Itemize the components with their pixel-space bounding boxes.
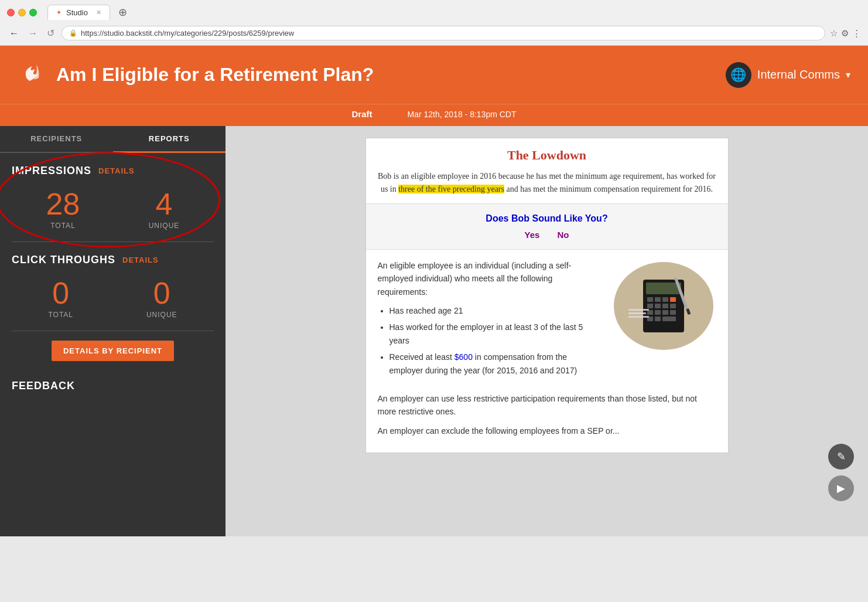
menu-icon[interactable]: ⋮ — [852, 28, 861, 39]
article-intro: Bob is an eligible employee in 2016 beca… — [378, 170, 716, 196]
article-title: The Lowdown — [378, 148, 716, 163]
article-container: The Lowdown Bob is an eligible employee … — [365, 138, 729, 453]
article-panel: The Lowdown Bob is an eligible employee … — [225, 126, 868, 536]
browser-action-buttons: ☆ ⚙ ⋮ — [830, 28, 861, 39]
globe-icon: 🌐 — [730, 67, 746, 83]
refresh-button[interactable]: ↺ — [45, 26, 57, 40]
post-status-badge: Draft — [352, 109, 373, 119]
bullet-1: Has reached age 21 — [389, 304, 602, 317]
app-header: Am I Eligible for a Retirement Plan? 🌐 I… — [0, 46, 868, 104]
click-throughs-total: 0 TOTAL — [48, 278, 73, 319]
browser-titlebar: ✦ Studio ✕ ⊕ — [0, 0, 868, 23]
impressions-unique-value: 4 — [149, 189, 180, 219]
click-throughs-details-link[interactable]: DETAILS — [122, 256, 159, 264]
impressions-details-link[interactable]: DETAILS — [98, 166, 135, 175]
address-bar[interactable]: 🔒 https://studio.backstit.ch/my/categori… — [61, 26, 825, 40]
app-content: RECIPIENTS REPORTS IMPRESSIONS DETAILS 2… — [0, 126, 868, 536]
feedback-section: FEEDBACK — [0, 370, 225, 402]
svg-rect-19 — [628, 309, 649, 311]
tab-reports[interactable]: REPORTS — [113, 126, 226, 153]
back-button[interactable]: ← — [7, 27, 21, 40]
impressions-total-label: TOTAL — [46, 222, 80, 230]
extensions-icon[interactable]: ⚙ — [841, 28, 849, 39]
new-tab-button[interactable]: ⊕ — [118, 6, 127, 19]
impressions-numbers: 28 TOTAL 4 UNIQUE — [12, 183, 214, 236]
click-throughs-total-value: 0 — [48, 278, 73, 308]
svg-rect-12 — [647, 310, 653, 315]
svg-rect-14 — [662, 310, 668, 315]
maximize-window-button[interactable] — [29, 9, 37, 16]
svg-rect-13 — [655, 310, 661, 315]
click-throughs-unique-value: 0 — [146, 278, 177, 308]
article-body: An eligible employee is an individual (i… — [366, 250, 728, 392]
header-right: 🌐 Internal Comms ▾ — [726, 62, 850, 88]
click-throughs-section: CLICK THROUGHS DETAILS 0 TOTAL 0 UNIQUE — [0, 242, 225, 331]
option-yes[interactable]: Yes — [525, 230, 540, 240]
section-divider-2 — [12, 331, 214, 331]
option-no[interactable]: No — [557, 230, 569, 240]
article-options: Yes No — [378, 230, 716, 240]
details-by-recipient-button[interactable]: DETAILS BY RECIPIENT — [52, 341, 174, 361]
browser-tab[interactable]: ✦ Studio ✕ — [47, 5, 110, 20]
app-container: Am I Eligible for a Retirement Plan? 🌐 I… — [0, 46, 868, 536]
post-date: Mar 12th, 2018 - 8:13pm CDT — [408, 110, 517, 119]
svg-rect-3 — [646, 283, 681, 294]
click-throughs-numbers: 0 TOTAL 0 UNIQUE — [12, 272, 214, 325]
sidebar-tabs: RECIPIENTS REPORTS — [0, 126, 225, 153]
org-icon: 🌐 — [726, 62, 751, 88]
impressions-label-row: IMPRESSIONS DETAILS — [12, 165, 214, 177]
svg-rect-7 — [670, 297, 676, 302]
impressions-section: IMPRESSIONS DETAILS 28 TOTAL 4 UNIQUE — [0, 153, 225, 242]
article-para-2: An employer can use less restrictive par… — [378, 392, 716, 419]
browser-chrome: ✦ Studio ✕ ⊕ ← → ↺ 🔒 https://studio.back… — [0, 0, 868, 46]
close-window-button[interactable] — [7, 9, 15, 16]
svg-rect-8 — [647, 304, 653, 308]
click-throughs-total-label: TOTAL — [48, 311, 73, 319]
svg-rect-18 — [662, 317, 676, 321]
tab-close-button[interactable]: ✕ — [96, 9, 101, 16]
svg-rect-5 — [655, 297, 661, 302]
browser-window-controls — [7, 9, 37, 16]
click-throughs-label: CLICK THROUGHS — [12, 254, 115, 266]
impressions-total: 28 TOTAL — [46, 189, 80, 230]
tab-recipients[interactable]: RECIPIENTS — [0, 126, 113, 152]
svg-rect-20 — [628, 312, 646, 314]
svg-rect-15 — [670, 310, 676, 315]
impressions-total-value: 28 — [46, 189, 80, 219]
article-bullets: Has reached age 21 Has worked for the em… — [378, 304, 602, 377]
tab-title: Studio — [66, 8, 88, 17]
article-image-container — [611, 259, 716, 356]
bullet-3: Received at least $600 in compensation f… — [389, 351, 602, 377]
compensation-link[interactable]: $600 — [454, 352, 473, 362]
highlighted-text: three of the five preceding years — [398, 185, 504, 193]
browser-toolbar: ← → ↺ 🔒 https://studio.backstit.ch/my/ca… — [0, 23, 868, 45]
forward-button[interactable]: → — [26, 27, 40, 40]
send-fab-button[interactable]: ▶ — [828, 475, 854, 501]
header-left: Am I Eligible for a Retirement Plan? — [18, 57, 374, 92]
security-icon: 🔒 — [69, 29, 77, 37]
svg-rect-10 — [662, 304, 668, 308]
tab-favicon: ✦ — [56, 9, 61, 16]
bookmark-icon[interactable]: ☆ — [830, 28, 838, 39]
click-throughs-unique: 0 UNIQUE — [146, 278, 177, 319]
bullet-2: Has worked for the employer in at least … — [389, 321, 602, 347]
impressions-unique: 4 UNIQUE — [149, 189, 180, 230]
fab-container: ✎ ▶ — [828, 444, 854, 501]
org-dropdown-icon[interactable]: ▾ — [846, 69, 850, 80]
calculator-image — [611, 259, 716, 353]
minimize-window-button[interactable] — [18, 9, 26, 16]
article-body-text: An eligible employee is an individual (i… — [378, 259, 602, 383]
article-question-text: Does Bob Sound Like You? — [378, 213, 716, 224]
svg-rect-6 — [662, 297, 668, 302]
svg-rect-4 — [647, 297, 653, 302]
article-header-section: The Lowdown Bob is an eligible employee … — [366, 138, 728, 204]
svg-rect-9 — [655, 304, 661, 308]
click-throughs-unique-label: UNIQUE — [146, 311, 177, 319]
org-name: Internal Comms — [757, 68, 840, 81]
svg-rect-17 — [655, 317, 661, 321]
svg-rect-11 — [670, 304, 676, 308]
article-full-body: An employer can use less restrictive par… — [366, 392, 728, 453]
impressions-unique-label: UNIQUE — [149, 222, 180, 230]
edit-fab-button[interactable]: ✎ — [828, 444, 854, 470]
sidebar: RECIPIENTS REPORTS IMPRESSIONS DETAILS 2… — [0, 126, 225, 536]
